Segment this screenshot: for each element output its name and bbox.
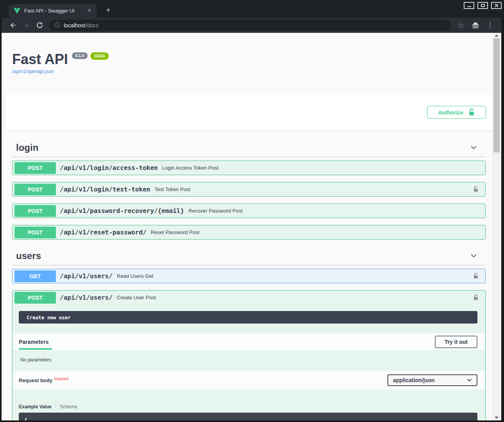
operation-row[interactable]: POST /api/v1/reset-password/ Reset Passw… [12,225,486,240]
minimize-button[interactable] [464,2,474,9]
minimize-icon [467,6,471,7]
operation-path: /api/v1/users/ [60,272,113,280]
auth-lock-button[interactable] [473,273,479,279]
version-badge: 0.1.0 [72,52,88,59]
auth-lock-button[interactable] [473,294,479,301]
incognito-icon [471,21,480,29]
scheme-container: Authorize [6,94,492,131]
authorize-label: Authorize [438,109,463,116]
tab-title: Fast API - Swagger UI [24,8,86,14]
authorize-button[interactable]: Authorize [427,106,486,119]
window-controls [464,2,502,9]
url-path: /docs [85,22,98,29]
operation-summary: Recover Password Post [188,208,243,214]
scrollbar-up-button[interactable] [492,33,501,38]
back-icon [9,21,17,29]
method-badge: POST [14,205,56,217]
url-host: localhost [64,22,85,29]
section-login: login POST /api/v1/login/access-token Lo… [12,138,486,240]
openapi-spec-link[interactable]: /api/v1/openapi.json [12,69,54,74]
method-badge: POST [14,292,56,304]
reload-icon [36,21,43,29]
media-type-value: application/json [393,377,435,383]
oas3-badge: OAS3 [90,52,109,60]
method-badge: POST [14,162,56,174]
tab-divider [56,404,56,409]
scrollbar-down-button[interactable] [492,415,501,420]
close-button[interactable] [491,2,502,9]
scroll-down-icon [495,417,499,419]
method-badge: GET [14,270,56,282]
lock-icon [473,294,479,301]
tab-close-icon[interactable]: × [86,7,93,14]
chevron-down-icon [470,252,478,260]
operation-summary: Login Access Token Post [162,165,218,171]
collapse-section-button[interactable] [470,252,478,260]
site-info-icon[interactable]: ⓘ [54,21,60,29]
section-title: login [16,142,38,153]
chevron-down-icon [467,379,472,382]
tab-example-value[interactable]: Example Value [19,404,52,409]
scrollbar-thumb[interactable] [493,38,500,152]
forward-icon [23,21,30,29]
bookmark-star-icon[interactable]: ☆ [458,21,464,30]
browser-menu-icon[interactable]: ⋮ [487,21,493,29]
collapse-section-button[interactable] [470,143,478,152]
maximize-icon [481,4,485,7]
operation-row[interactable]: POST /api/v1/login/access-token Login Ac… [12,161,486,175]
example-code-block[interactable]: { [19,413,477,420]
api-info: Fast API0.1.0OAS3 /api/v1/openapi.json [12,33,486,75]
reload-button[interactable] [36,21,43,29]
forward-button[interactable] [22,21,30,29]
section-users-header[interactable]: users [12,247,486,265]
auth-lock-button[interactable] [473,186,479,193]
required-badge: required [54,377,68,381]
tab-schema[interactable]: Schema [60,404,77,409]
no-parameters-text: No parameters [13,350,485,371]
section-title: users [16,250,41,261]
operation-body: Create new user Parameters Try it out No… [13,311,485,420]
media-type-select[interactable]: application/json [387,374,477,386]
page-viewport: Fast API0.1.0OAS3 /api/v1/openapi.json A… [2,33,501,420]
back-button[interactable] [9,21,17,29]
chevron-down-icon [470,143,478,152]
lock-icon [473,273,479,279]
tab-parameters[interactable]: Parameters [19,334,48,350]
operation-summary: Read Users Get [117,273,153,279]
operation-summary: Create User Post [117,295,156,300]
close-icon [495,4,499,7]
operation-description: Create new user [19,311,477,324]
unlock-icon [468,108,475,116]
section-users: users GET /api/v1/users/ Read Users Get [12,247,486,420]
example-area: Example Value Schema { [13,390,485,420]
method-badge: POST [14,227,56,238]
operation-summary: Reset Password Post [151,229,199,235]
browser-tab[interactable]: Fast API - Swagger UI × [9,4,97,18]
operation-path: /api/v1/login/access-token [60,164,158,172]
scroll-up-icon [495,34,499,37]
request-body-label: Request body [19,377,52,383]
request-body-header: Request bodyrequired application/json [13,371,485,390]
browser-toolbar: ⓘ localhost/docs ☆ ⋮ [2,18,502,33]
operation-summary: Test Token Post [154,186,190,192]
new-tab-button[interactable]: + [103,5,113,16]
operation-row-expanded: POST /api/v1/users/ Create User Post Cre… [12,290,486,420]
operation-row[interactable]: POST /api/v1/password-recovery/{email} R… [12,204,486,218]
operation-summary-row[interactable]: POST /api/v1/users/ Create User Post [13,291,485,304]
parameters-header: Parameters Try it out [13,333,485,350]
swagger-page: Fast API0.1.0OAS3 /api/v1/openapi.json A… [2,33,492,420]
operation-path: /api/v1/password-recovery/{email} [60,207,184,215]
section-login-header[interactable]: login [12,138,486,157]
try-it-out-button[interactable]: Try it out [435,336,477,348]
operation-path: /api/v1/reset-password/ [60,229,147,236]
scrollbar[interactable] [492,33,501,420]
browser-window: Fast API - Swagger UI × + ⓘ localhost/do… [0,0,504,422]
browser-titlebar: Fast API - Swagger UI × + [0,0,504,18]
address-bar[interactable]: ⓘ localhost/docs [49,20,450,31]
operation-row[interactable]: POST /api/v1/login/test-token Test Token… [12,182,486,197]
page-title: Fast API [12,51,68,67]
operation-row[interactable]: GET /api/v1/users/ Read Users Get [12,269,486,283]
vue-favicon-icon [14,8,20,14]
operation-path: /api/v1/users/ [60,294,113,301]
maximize-button[interactable] [477,2,488,9]
